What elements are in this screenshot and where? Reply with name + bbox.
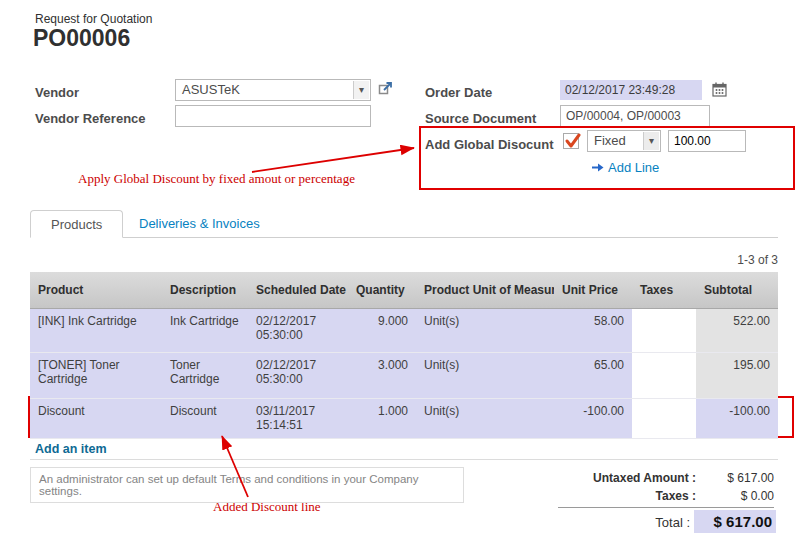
annotation-top-note: Apply Global Discount by fixed amout or …: [78, 171, 355, 187]
cell-unit-price[interactable]: 65.00: [554, 352, 632, 398]
cell-product[interactable]: [TONER] Toner Cartridge: [30, 352, 162, 398]
table-row: [INK] Ink Cartridge Ink Cartridge 02/12/…: [30, 308, 778, 352]
vendor-label: Vendor: [35, 85, 79, 100]
col-uom[interactable]: Product Unit of Measure: [416, 272, 554, 308]
source-document-input[interactable]: [560, 105, 710, 127]
order-lines-table: Product Description Scheduled Date Quant…: [30, 272, 778, 439]
cell-product[interactable]: [INK] Ink Cartridge: [30, 308, 162, 352]
col-quantity[interactable]: Quantity: [348, 272, 416, 308]
vendor-value: ASUSTeK: [182, 82, 240, 97]
untaxed-amount-value: $ 617.00: [696, 471, 774, 485]
cell-uom[interactable]: Unit(s): [416, 398, 554, 438]
table-end-divider: [30, 459, 778, 460]
tab-products[interactable]: Products: [30, 210, 123, 238]
chevron-down-icon[interactable]: ▾: [643, 132, 659, 150]
rfq-page: Request for Quotation PO00006 Vendor ASU…: [0, 0, 810, 546]
taxes-label: Taxes :: [540, 489, 696, 503]
col-description[interactable]: Description: [162, 272, 248, 308]
doc-type-label: Request for Quotation: [35, 12, 152, 26]
vendor-select[interactable]: ASUSTeK ▾: [175, 79, 371, 101]
cell-unit-price[interactable]: 58.00: [554, 308, 632, 352]
untaxed-amount-label: Untaxed Amount :: [540, 471, 696, 485]
arrow-right-icon: [592, 162, 605, 173]
cell-scheduled-date[interactable]: 02/12/2017 05:30:00: [248, 308, 348, 352]
cell-scheduled-date[interactable]: 02/12/2017 05:30:00: [248, 352, 348, 398]
cell-description[interactable]: Discount: [162, 398, 248, 438]
add-line-link[interactable]: Add Line: [592, 160, 659, 175]
col-product[interactable]: Product: [30, 272, 162, 308]
discount-amount-input[interactable]: [668, 130, 746, 152]
table-header-row: Product Description Scheduled Date Quant…: [30, 272, 778, 308]
total-value: $ 617.00: [694, 510, 776, 533]
discount-type-value: Fixed: [594, 133, 626, 148]
cell-scheduled-date[interactable]: 03/11/2017 15:14:51: [248, 398, 348, 438]
total-label: Total :: [560, 515, 690, 530]
taxes-value: $ 0.00: [696, 489, 774, 503]
order-date-label: Order Date: [425, 85, 492, 100]
vendor-reference-label: Vendor Reference: [35, 111, 146, 126]
cell-quantity[interactable]: 9.000: [348, 308, 416, 352]
terms-note: An administrator can set up default Term…: [30, 467, 464, 503]
external-link-icon[interactable]: [378, 81, 393, 96]
add-an-item-link[interactable]: Add an item: [35, 442, 107, 456]
cell-subtotal[interactable]: -100.00: [696, 398, 778, 438]
pager: 1-3 of 3: [650, 253, 778, 267]
totals-divider: [558, 507, 774, 508]
col-subtotal[interactable]: Subtotal: [696, 272, 778, 308]
cell-quantity[interactable]: 3.000: [348, 352, 416, 398]
col-taxes[interactable]: Taxes: [632, 272, 696, 308]
table-row-discount: Discount Discount 03/11/2017 15:14:51 1.…: [30, 398, 778, 438]
cell-quantity[interactable]: 1.000: [348, 398, 416, 438]
tab-deliveries-invoices[interactable]: Deliveries & Invoices: [125, 210, 274, 238]
global-discount-checkbox[interactable]: [563, 133, 579, 149]
cell-uom[interactable]: Unit(s): [416, 308, 554, 352]
cell-subtotal[interactable]: 522.00: [696, 308, 778, 352]
cell-description[interactable]: Toner Cartridge: [162, 352, 248, 398]
vendor-reference-input[interactable]: [175, 105, 371, 127]
global-discount-label: Add Global Disocunt: [425, 137, 554, 152]
cell-description[interactable]: Ink Cartridge: [162, 308, 248, 352]
source-document-label: Source Document: [425, 111, 536, 126]
add-line-label: Add Line: [608, 160, 659, 175]
table-row: [TONER] Toner Cartridge Toner Cartridge …: [30, 352, 778, 398]
tab-bar: Products Deliveries & Invoices: [30, 210, 778, 238]
order-date-value[interactable]: 02/12/2017 23:49:28: [560, 80, 702, 100]
cell-product[interactable]: Discount: [30, 398, 162, 438]
arrow-to-global-discount: [252, 148, 414, 172]
cell-unit-price[interactable]: -100.00: [554, 398, 632, 438]
checkmark-icon: [564, 132, 582, 150]
page-title: PO00006: [33, 25, 130, 52]
cell-subtotal[interactable]: 195.00: [696, 352, 778, 398]
col-unit-price[interactable]: Unit Price: [554, 272, 632, 308]
cell-taxes[interactable]: [632, 398, 696, 438]
cell-uom[interactable]: Unit(s): [416, 352, 554, 398]
discount-type-select[interactable]: Fixed ▾: [587, 130, 661, 152]
calendar-icon[interactable]: [712, 82, 727, 97]
col-scheduled-date[interactable]: Scheduled Date: [248, 272, 348, 308]
cell-taxes[interactable]: [632, 308, 696, 352]
chevron-down-icon[interactable]: ▾: [353, 81, 369, 99]
cell-taxes[interactable]: [632, 352, 696, 398]
